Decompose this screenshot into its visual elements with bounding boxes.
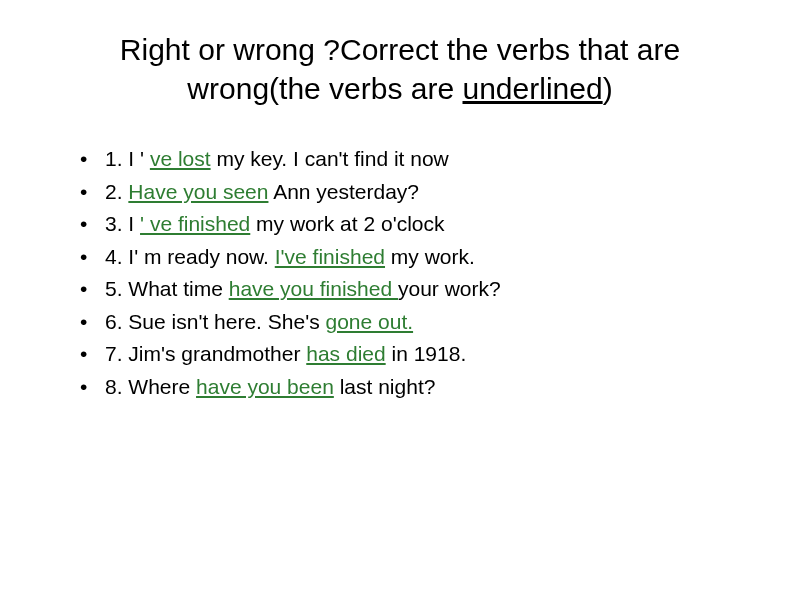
list-item: 8. Where have you been last night? [80, 371, 750, 404]
item-prefix: 1. I ' [105, 147, 150, 170]
item-suffix: my work. [385, 245, 475, 268]
item-suffix: in 1918. [386, 342, 467, 365]
item-suffix: my work at 2 o'clock [250, 212, 444, 235]
exercise-list: 1. I ' ve lost my key. I can't find it n… [50, 143, 750, 403]
item-suffix: Ann yesterday? [268, 180, 419, 203]
underlined-verb: have you finished [229, 277, 398, 300]
underlined-verb: ve lost [150, 147, 211, 170]
underlined-verb: have you been [196, 375, 334, 398]
item-suffix: last night? [334, 375, 436, 398]
item-prefix: 6. Sue isn't here. She's [105, 310, 325, 333]
list-item: 6. Sue isn't here. She's gone out. [80, 306, 750, 339]
slide-title: Right or wrong ?Correct the verbs that a… [50, 30, 750, 108]
item-prefix: 5. What time [105, 277, 229, 300]
underlined-verb: has died [306, 342, 385, 365]
item-prefix: 8. Where [105, 375, 196, 398]
list-item: 2. Have you seen Ann yesterday? [80, 176, 750, 209]
item-suffix: my key. I can't find it now [211, 147, 449, 170]
list-item: 7. Jim's grandmother has died in 1918. [80, 338, 750, 371]
item-prefix: 3. I [105, 212, 140, 235]
list-item: 1. I ' ve lost my key. I can't find it n… [80, 143, 750, 176]
list-item: 4. I' m ready now. I've finished my work… [80, 241, 750, 274]
item-prefix: 2. [105, 180, 128, 203]
underlined-verb: I've finished [275, 245, 385, 268]
underlined-verb: ' ve finished [140, 212, 250, 235]
title-part2: ) [603, 72, 613, 105]
underlined-verb: Have you seen [128, 180, 268, 203]
item-prefix: 7. Jim's grandmother [105, 342, 306, 365]
title-underlined: underlined [463, 72, 603, 105]
item-suffix: your work? [398, 277, 501, 300]
item-prefix: 4. I' m ready now. [105, 245, 275, 268]
list-item: 5. What time have you finished your work… [80, 273, 750, 306]
list-item: 3. I ' ve finished my work at 2 o'clock [80, 208, 750, 241]
underlined-verb: gone out. [325, 310, 413, 333]
